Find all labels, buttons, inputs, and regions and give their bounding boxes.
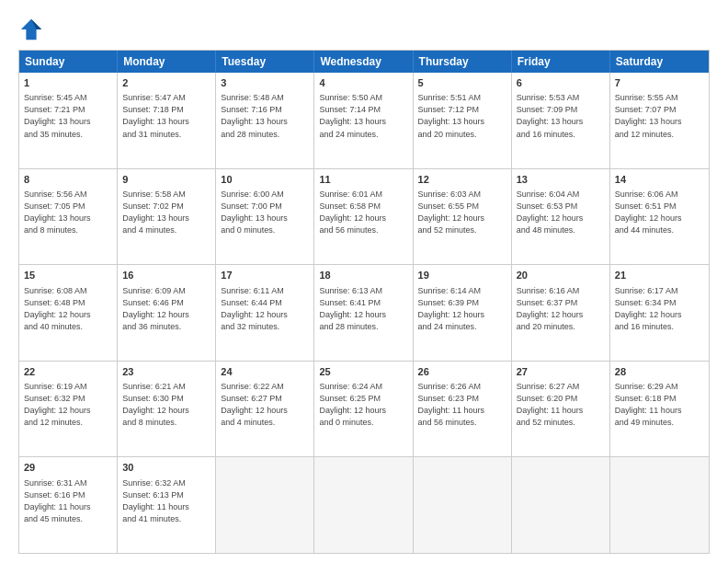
day-number: 21: [615, 269, 704, 282]
calendar-body: 1Sunrise: 5:45 AMSunset: 7:21 PMDaylight…: [19, 73, 709, 553]
day-number: 17: [221, 269, 309, 282]
day-cell-21: 21Sunrise: 6:17 AMSunset: 6:34 PMDayligh…: [610, 265, 709, 361]
header-day-tuesday: Tuesday: [216, 51, 314, 73]
day-cell-7: 7Sunrise: 5:55 AMSunset: 7:07 PMDaylight…: [610, 73, 709, 168]
day-info: Sunrise: 6:14 AMSunset: 6:39 PMDaylight:…: [418, 285, 506, 333]
day-info: Sunrise: 6:29 AMSunset: 6:18 PMDaylight:…: [615, 381, 704, 429]
day-info: Sunrise: 6:22 AMSunset: 6:27 PMDaylight:…: [221, 381, 309, 429]
day-info: Sunrise: 5:50 AMSunset: 7:14 PMDaylight:…: [319, 92, 407, 140]
day-number: 10: [221, 173, 309, 187]
calendar-grid: SundayMondayTuesdayWednesdayThursdayFrid…: [18, 50, 710, 554]
calendar-week-4: 22Sunrise: 6:19 AMSunset: 6:32 PMDayligh…: [19, 361, 709, 457]
header-day-thursday: Thursday: [414, 51, 512, 73]
header-day-saturday: Saturday: [610, 51, 709, 73]
day-cell-11: 11Sunrise: 6:01 AMSunset: 6:58 PMDayligh…: [314, 169, 413, 265]
day-info: Sunrise: 5:45 AMSunset: 7:21 PMDaylight:…: [24, 92, 112, 140]
day-cell-9: 9Sunrise: 5:58 AMSunset: 7:02 PMDaylight…: [118, 169, 216, 265]
day-number: 19: [418, 269, 506, 282]
day-cell-28: 28Sunrise: 6:29 AMSunset: 6:18 PMDayligh…: [610, 362, 709, 457]
day-number: 30: [122, 461, 210, 475]
day-cell-5: 5Sunrise: 5:51 AMSunset: 7:12 PMDaylight…: [414, 73, 512, 168]
day-info: Sunrise: 6:17 AMSunset: 6:34 PMDaylight:…: [615, 285, 704, 333]
day-info: Sunrise: 5:55 AMSunset: 7:07 PMDaylight:…: [615, 92, 704, 140]
day-cell-13: 13Sunrise: 6:04 AMSunset: 6:53 PMDayligh…: [512, 169, 610, 265]
day-info: Sunrise: 6:31 AMSunset: 6:16 PMDaylight:…: [24, 477, 112, 525]
day-cell-30: 30Sunrise: 6:32 AMSunset: 6:13 PMDayligh…: [118, 457, 216, 553]
day-cell-25: 25Sunrise: 6:24 AMSunset: 6:25 PMDayligh…: [314, 362, 413, 457]
day-cell-4: 4Sunrise: 5:50 AMSunset: 7:14 PMDaylight…: [314, 73, 413, 168]
day-cell-27: 27Sunrise: 6:27 AMSunset: 6:20 PMDayligh…: [512, 362, 610, 457]
day-cell-18: 18Sunrise: 6:13 AMSunset: 6:41 PMDayligh…: [314, 265, 413, 361]
day-cell-12: 12Sunrise: 6:03 AMSunset: 6:55 PMDayligh…: [414, 169, 512, 265]
calendar-week-3: 15Sunrise: 6:08 AMSunset: 6:48 PMDayligh…: [19, 264, 709, 361]
day-info: Sunrise: 5:51 AMSunset: 7:12 PMDaylight:…: [418, 92, 506, 140]
day-number: 23: [122, 365, 210, 379]
day-number: 27: [517, 365, 605, 379]
day-number: 2: [122, 76, 210, 90]
day-cell-17: 17Sunrise: 6:11 AMSunset: 6:44 PMDayligh…: [216, 265, 314, 361]
day-info: Sunrise: 5:47 AMSunset: 7:18 PMDaylight:…: [122, 92, 210, 140]
day-number: 6: [517, 76, 605, 90]
header-day-sunday: Sunday: [19, 51, 118, 73]
day-info: Sunrise: 5:58 AMSunset: 7:02 PMDaylight:…: [122, 189, 210, 236]
day-number: 24: [221, 365, 309, 379]
day-info: Sunrise: 6:04 AMSunset: 6:53 PMDaylight:…: [517, 189, 605, 236]
day-info: Sunrise: 6:03 AMSunset: 6:55 PMDaylight:…: [418, 189, 506, 236]
day-cell-2: 2Sunrise: 5:47 AMSunset: 7:18 PMDaylight…: [118, 73, 216, 168]
day-cell-8: 8Sunrise: 5:56 AMSunset: 7:05 PMDaylight…: [19, 169, 118, 265]
calendar-week-1: 1Sunrise: 5:45 AMSunset: 7:21 PMDaylight…: [19, 73, 709, 168]
header-day-friday: Friday: [512, 51, 610, 73]
day-number: 1: [24, 76, 112, 90]
day-number: 8: [24, 173, 112, 187]
day-number: 4: [319, 76, 407, 90]
day-number: 20: [517, 269, 605, 282]
day-cell-29: 29Sunrise: 6:31 AMSunset: 6:16 PMDayligh…: [19, 457, 118, 553]
header-day-monday: Monday: [118, 51, 216, 73]
day-number: 15: [24, 269, 112, 282]
header-day-wednesday: Wednesday: [314, 51, 413, 73]
day-number: 28: [615, 365, 704, 379]
day-number: 26: [418, 365, 506, 379]
empty-cell: [512, 457, 610, 553]
day-info: Sunrise: 6:13 AMSunset: 6:41 PMDaylight:…: [319, 285, 407, 333]
day-number: 5: [418, 76, 506, 90]
day-number: 22: [24, 365, 112, 379]
day-number: 16: [122, 269, 210, 282]
day-number: 13: [517, 173, 605, 187]
day-cell-20: 20Sunrise: 6:16 AMSunset: 6:37 PMDayligh…: [512, 265, 610, 361]
day-cell-14: 14Sunrise: 6:06 AMSunset: 6:51 PMDayligh…: [610, 169, 709, 265]
day-info: Sunrise: 5:48 AMSunset: 7:16 PMDaylight:…: [221, 92, 309, 140]
logo: [18, 17, 46, 42]
day-cell-3: 3Sunrise: 5:48 AMSunset: 7:16 PMDaylight…: [216, 73, 314, 168]
day-info: Sunrise: 6:26 AMSunset: 6:23 PMDaylight:…: [418, 381, 506, 429]
empty-cell: [414, 457, 512, 553]
calendar-week-5: 29Sunrise: 6:31 AMSunset: 6:16 PMDayligh…: [19, 456, 709, 553]
day-number: 7: [615, 76, 704, 90]
empty-cell: [216, 457, 314, 553]
day-number: 3: [221, 76, 309, 90]
day-number: 12: [418, 173, 506, 187]
day-info: Sunrise: 6:24 AMSunset: 6:25 PMDaylight:…: [319, 381, 407, 429]
calendar-week-2: 8Sunrise: 5:56 AMSunset: 7:05 PMDaylight…: [19, 168, 709, 265]
day-info: Sunrise: 6:08 AMSunset: 6:48 PMDaylight:…: [24, 285, 112, 333]
day-number: 25: [319, 365, 407, 379]
day-number: 29: [24, 461, 112, 475]
day-cell-15: 15Sunrise: 6:08 AMSunset: 6:48 PMDayligh…: [19, 265, 118, 361]
day-number: 18: [319, 269, 407, 282]
day-info: Sunrise: 6:06 AMSunset: 6:51 PMDaylight:…: [615, 189, 704, 236]
day-info: Sunrise: 6:01 AMSunset: 6:58 PMDaylight:…: [319, 189, 407, 236]
day-info: Sunrise: 6:00 AMSunset: 7:00 PMDaylight:…: [221, 189, 309, 236]
day-info: Sunrise: 6:21 AMSunset: 6:30 PMDaylight:…: [122, 381, 210, 429]
day-cell-19: 19Sunrise: 6:14 AMSunset: 6:39 PMDayligh…: [414, 265, 512, 361]
logo-icon: [18, 17, 44, 42]
day-cell-6: 6Sunrise: 5:53 AMSunset: 7:09 PMDaylight…: [512, 73, 610, 168]
day-cell-10: 10Sunrise: 6:00 AMSunset: 7:00 PMDayligh…: [216, 169, 314, 265]
day-cell-23: 23Sunrise: 6:21 AMSunset: 6:30 PMDayligh…: [118, 362, 216, 457]
day-info: Sunrise: 6:16 AMSunset: 6:37 PMDaylight:…: [517, 285, 605, 333]
day-info: Sunrise: 5:53 AMSunset: 7:09 PMDaylight:…: [517, 92, 605, 140]
page-header: [18, 17, 710, 42]
day-cell-16: 16Sunrise: 6:09 AMSunset: 6:46 PMDayligh…: [118, 265, 216, 361]
day-number: 14: [615, 173, 704, 187]
day-info: Sunrise: 5:56 AMSunset: 7:05 PMDaylight:…: [24, 189, 112, 236]
day-cell-26: 26Sunrise: 6:26 AMSunset: 6:23 PMDayligh…: [414, 362, 512, 457]
